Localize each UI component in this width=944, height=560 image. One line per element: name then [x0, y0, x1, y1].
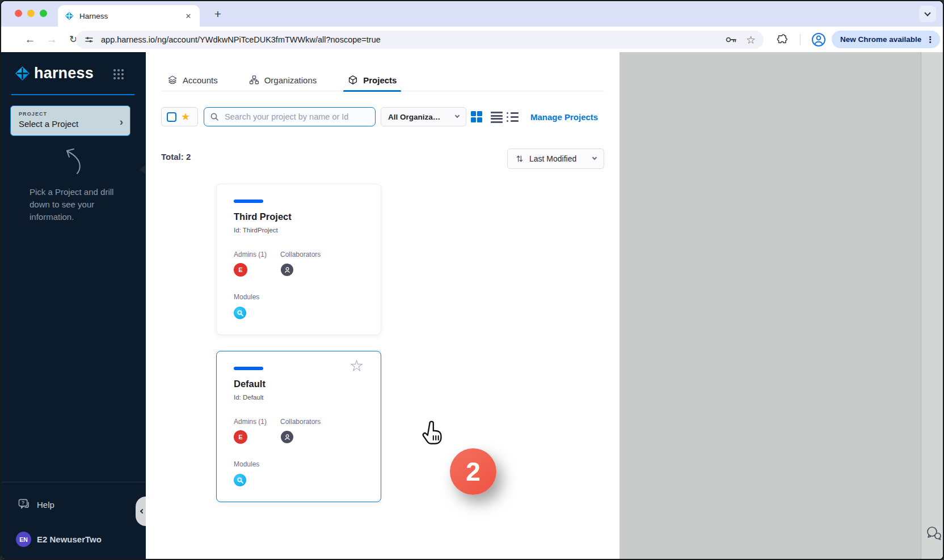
password-key-icon[interactable]	[724, 33, 738, 46]
app-content: harness PROJECT Select a Project Pick a …	[1, 52, 943, 559]
browser-toolbar: app.harness.io/ng/account/YWdkwNPiTceDUK…	[1, 27, 943, 52]
project-color-bar	[234, 200, 263, 203]
row-view-button[interactable]	[491, 112, 503, 123]
extensions-icon[interactable]	[776, 33, 789, 46]
address-bar[interactable]: app.harness.io/ng/account/YWdkwNPiTceDUK…	[76, 31, 764, 49]
favorite-toggle-icon[interactable]	[349, 358, 364, 374]
project-selector-value: Select a Project	[19, 119, 122, 129]
profile-icon[interactable]	[811, 32, 826, 47]
tab-accounts-label: Accounts	[183, 75, 218, 85]
bookmark-star-icon[interactable]: ☆	[746, 35, 756, 45]
person-icon	[284, 266, 291, 274]
tab-accounts[interactable]: Accounts	[167, 69, 218, 91]
user-name: E2 NewuserTwo	[37, 534, 102, 544]
tab-organizations[interactable]: Organizations	[249, 69, 317, 91]
chevron-down-icon	[592, 155, 597, 160]
pointer-cursor-icon	[419, 419, 446, 448]
project-search[interactable]	[204, 107, 376, 126]
apps-grid-icon[interactable]	[113, 69, 124, 79]
module-icon[interactable]	[234, 307, 246, 319]
tab-close-icon[interactable]	[184, 11, 193, 20]
forward-button[interactable]	[42, 27, 61, 52]
chevron-down-icon	[455, 113, 460, 118]
traffic-maximize-button[interactable]	[40, 10, 47, 17]
sort-icon	[515, 154, 524, 163]
empty-demo-area	[620, 52, 921, 559]
scope-tab-bar: Accounts Organizations	[161, 69, 604, 91]
modules-label: Modules	[234, 293, 259, 301]
url-text[interactable]: app.harness.io/ng/account/YWdkwNPiTceDUK…	[101, 35, 724, 44]
logo-wordmark: harness	[34, 65, 94, 82]
harness-favicon-icon	[65, 11, 74, 20]
tab-strip: Harness	[1, 1, 943, 27]
org-chart-icon	[249, 75, 259, 85]
search-input[interactable]	[224, 112, 369, 122]
tab-organizations-label: Organizations	[264, 75, 317, 85]
sidebar: harness PROJECT Select a Project Pick a …	[1, 52, 146, 559]
admin-avatar[interactable]: E	[234, 430, 247, 444]
sort-dropdown[interactable]: Last Modified	[507, 149, 604, 169]
browser-tab[interactable]: Harness	[58, 5, 200, 27]
project-id: Id: Default	[234, 394, 263, 401]
traffic-minimize-button[interactable]	[27, 10, 35, 17]
sidebar-hint-text: Pick a Project and drill down to see you…	[30, 186, 116, 223]
sort-value: Last Modified	[529, 154, 588, 163]
sidebar-collapse-handle[interactable]	[136, 497, 146, 526]
chevron-left-icon	[140, 509, 145, 514]
chevron-right-icon	[120, 116, 123, 128]
collaborator-avatar[interactable]	[281, 264, 293, 276]
back-button[interactable]	[20, 27, 40, 52]
admin-avatar[interactable]: E	[234, 263, 247, 277]
feedback-chat-icon[interactable]	[925, 525, 942, 541]
project-card-default[interactable]: Default Id: Default Admins (1) Collabora…	[216, 351, 381, 502]
more-menu-icon[interactable]	[926, 35, 934, 45]
project-name: Default	[234, 379, 266, 389]
new-tab-button[interactable]	[210, 6, 226, 22]
project-color-bar	[234, 367, 263, 370]
arrow-doodle-icon	[54, 146, 83, 176]
browser-window: Harness app.harness.io/ng/account/YWdkwN…	[0, 0, 944, 560]
module-icon[interactable]	[234, 474, 246, 486]
pointer-marker	[140, 165, 145, 174]
user-avatar: EN	[16, 532, 31, 547]
project-selector[interactable]: PROJECT Select a Project	[10, 105, 130, 136]
new-chrome-button[interactable]: New Chrome available	[832, 31, 940, 48]
collaborator-avatar[interactable]	[281, 431, 293, 443]
step-badge: 2	[450, 448, 496, 495]
grid-view-button[interactable]	[471, 111, 482, 122]
search-icon	[210, 112, 219, 121]
new-chrome-label: New Chrome available	[840, 35, 921, 44]
total-count: Total: 2	[161, 152, 191, 162]
manage-projects-link[interactable]: Manage Projects	[530, 107, 598, 126]
demo-side-rail	[921, 52, 943, 559]
traffic-close-button[interactable]	[15, 10, 22, 17]
svg-text:?: ?	[22, 500, 24, 506]
magnifier-icon	[237, 309, 244, 317]
list-view-button[interactable]	[507, 112, 519, 122]
project-card-third-project[interactable]: Third Project Id: ThirdProject Admins (1…	[216, 184, 381, 335]
help-button[interactable]: ? Help	[18, 499, 54, 510]
tab-search-button[interactable]	[919, 6, 936, 22]
help-label: Help	[37, 500, 54, 510]
project-name: Third Project	[234, 211, 292, 222]
favorites-checkbox[interactable]	[167, 112, 176, 122]
toolbar-divider	[800, 34, 800, 45]
modules-label: Modules	[234, 460, 259, 468]
collaborators-label: Collaborators	[280, 418, 321, 426]
favorite-star-icon	[181, 112, 190, 122]
projects-panel: Accounts Organizations	[146, 52, 620, 559]
cube-icon	[348, 75, 358, 85]
organization-filter-value: All Organiza…	[388, 113, 456, 121]
chevron-down-icon	[924, 10, 930, 16]
project-id: Id: ThirdProject	[234, 227, 278, 234]
favorites-filter[interactable]	[161, 107, 198, 126]
harness-logo-icon	[15, 66, 30, 81]
organization-filter-dropdown[interactable]: All Organiza…	[381, 107, 466, 126]
sidebar-divider	[1, 482, 146, 482]
sidebar-accent-divider	[11, 94, 134, 95]
tab-projects-label: Projects	[363, 75, 397, 85]
user-menu[interactable]: EN E2 NewuserTwo	[16, 532, 102, 547]
tab-projects[interactable]: Projects	[348, 69, 397, 91]
site-settings-icon[interactable]	[84, 35, 94, 45]
help-icon: ?	[18, 499, 31, 510]
